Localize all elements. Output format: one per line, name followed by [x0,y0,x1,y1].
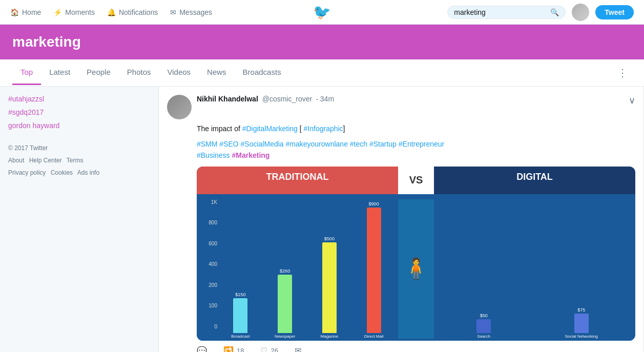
nav-messages-label: Messages [179,8,212,16]
bar-broadcast: $150 Broadcast [220,199,261,339]
nav-moments-label: Moments [65,8,95,16]
tweet-time: 34m [320,95,334,103]
tweet-hashtags-line2-prefix: #Business [197,151,232,159]
bell-icon: 🔔 [107,8,116,16]
infographic-body: 1K 800 600 400 200 100 0 [197,194,635,341]
tweet-hashtag-marketing: #Marketing [232,151,269,159]
search-tabs: Top Latest People Photos Videos News Bro… [0,59,644,87]
avatar[interactable] [572,4,589,21]
nav-center: 🐦 [313,4,331,20]
infographic-right-header: DIGITAL [434,167,635,194]
search-title: marketing [12,34,632,50]
bar-newspaper: $260 Newspaper [265,199,305,339]
infographic-header-row: TRADITIONAL VS DIGITAL [197,167,635,194]
search-bar[interactable]: 🔍 [447,6,566,19]
tweet-body-end: ] [343,125,345,133]
chart-left: 1K 800 600 400 200 100 0 [201,199,398,339]
infographic-content: TRADITIONAL VS DIGITAL 1K 800 [197,167,635,341]
tweet-feed: Nikhil Khandelwal @cosmic_rover · 34m ∨ … [159,87,644,352]
dm-action[interactable]: ✉ [295,346,301,352]
retweet-count: 18 [237,347,244,352]
mail-icon: ✉ [170,8,176,16]
home-icon: 🏠 [10,8,19,16]
nav-right: 🔍 Tweet [447,4,634,21]
search-input[interactable] [454,8,546,16]
tweet-avatar[interactable] [167,95,192,119]
reply-icon: 💬 [197,346,207,352]
copyright: © 2017 Twitter [8,144,48,152]
tab-videos[interactable]: Videos [159,60,199,85]
tab-people[interactable]: People [78,60,119,85]
tweet-bracket: [ [298,125,304,133]
bar-search: $50 Search [438,199,530,339]
trending-section: #utahjazzsl #sgdq2017 gordon hayward [8,95,150,130]
tweet-meta: Nikhil Khandelwal @cosmic_rover · 34m [197,95,629,103]
dm-icon: ✉ [295,346,301,352]
avatar-image [572,4,589,21]
moments-icon: ⚡ [53,8,62,16]
footer-link-helpcenter[interactable]: Help Center [29,157,62,164]
sidebar-footer: © 2017 Twitter About Help Center Terms P… [8,142,150,179]
tweet-more-button[interactable]: ∨ [629,95,635,106]
tweet-hashtags-line1: #SMM #SEO #SocialMedia #makeyourownlane … [197,140,444,148]
like-action[interactable]: ♡ 26 [260,346,278,352]
trend-2[interactable]: #sgdq2017 [8,108,150,116]
tab-photos[interactable]: Photos [119,60,159,85]
nav-moments[interactable]: ⚡ Moments [53,8,95,16]
tweet-body-text: The impact of [197,125,242,133]
search-hero: marketing [0,25,644,59]
tab-top[interactable]: Top [12,60,41,85]
tweet-header: Nikhil Khandelwal @cosmic_rover · 34m ∨ [167,95,635,119]
tweet-hashtags: #SMM #SEO #SocialMedia #makeyourownlane … [167,138,635,161]
tweet-link-digitalmarketing[interactable]: #DigitalMarketing [242,125,298,133]
infographic: TRADITIONAL VS DIGITAL 1K 800 [197,167,635,341]
tweet-body: The impact of #DigitalMarketing [ #Infog… [167,123,635,134]
tweet-button[interactable]: Tweet [595,5,634,19]
top-navigation: 🏠 Home ⚡ Moments 🔔 Notifications ✉ Messa… [0,0,644,25]
tweet-image: TRADITIONAL VS DIGITAL 1K 800 [197,167,635,341]
nav-notifications[interactable]: 🔔 Notifications [107,8,158,16]
sidebar: #utahjazzsl #sgdq2017 gordon hayward © 2… [0,87,159,352]
infographic-left-header: TRADITIONAL [197,167,398,194]
trend-3[interactable]: gordon hayward [8,121,150,130]
tweet-actions: 💬 🔁 18 ♡ 26 ✉ [167,341,635,352]
tab-broadcasts[interactable]: Broadcasts [235,60,289,85]
footer-link-cookies[interactable]: Cookies [51,169,73,176]
twitter-logo: 🐦 [313,4,331,20]
tab-news[interactable]: News [199,60,235,85]
nav-home-label: Home [22,8,41,16]
chart-right: $50 Search $75 Social Networking [434,199,631,339]
tweet-card: Nikhil Khandelwal @cosmic_rover · 34m ∨ … [159,87,643,352]
footer-link-ads[interactable]: Ads info [77,169,99,176]
heart-icon: ♡ [260,346,267,352]
main-content: #utahjazzsl #sgdq2017 gordon hayward © 2… [0,87,644,352]
tab-latest[interactable]: Latest [41,60,78,85]
tweet-author-name: Nikhil Khandelwal [197,95,258,103]
tweet-link-infographic[interactable]: #Infographic [304,125,343,133]
y-axis: 1K 800 600 400 200 100 0 [205,199,217,339]
footer-link-about[interactable]: About [8,157,24,164]
bar-magazine: $500 Magazine [309,199,350,339]
nav-messages[interactable]: ✉ Messages [170,8,212,16]
nav-home[interactable]: 🏠 Home [10,8,41,16]
trend-1[interactable]: #utahjazzsl [8,95,150,103]
footer-link-terms[interactable]: Terms [67,157,84,164]
tweet-separator: · [316,95,318,103]
vs-label: VS [398,167,434,194]
search-icon[interactable]: 🔍 [550,8,559,16]
chart-divider: 🧍 [398,199,434,339]
nav-notifications-label: Notifications [119,8,158,16]
reply-action[interactable]: 💬 [197,346,207,352]
tabs-more-button[interactable]: ⋮ [613,59,632,86]
bar-social: $75 Social Networking [536,199,628,339]
right-bars: $50 Search $75 Social Networking [438,199,627,339]
left-bars: $150 Broadcast $260 Newspaper [220,199,394,339]
like-count: 26 [271,347,278,352]
retweet-icon: 🔁 [223,346,234,352]
nav-left: 🏠 Home ⚡ Moments 🔔 Notifications ✉ Messa… [10,8,212,16]
tweet-author-handle: @cosmic_rover [262,95,312,103]
person-icon: 🧍 [403,238,429,300]
footer-link-privacy[interactable]: Privacy policy [8,169,46,176]
retweet-action[interactable]: 🔁 18 [223,346,244,352]
bar-directmail: $900 Direct Mail [354,199,394,339]
